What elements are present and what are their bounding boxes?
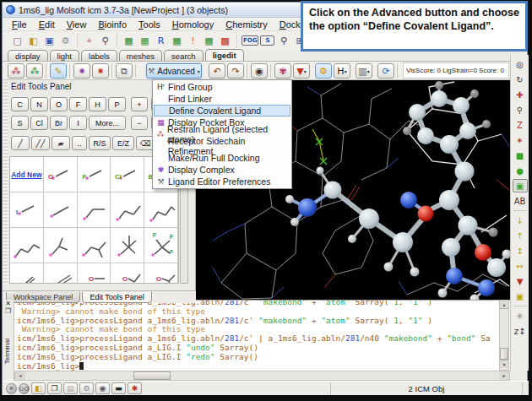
menu-view[interactable]: View	[61, 19, 93, 30]
s-button-icon[interactable]: S	[260, 35, 274, 46]
element-h[interactable]: H	[89, 97, 106, 111]
go-icon[interactable]: GO	[19, 383, 30, 394]
camera-lock-icon[interactable]: ▣	[513, 290, 528, 303]
menu-item-find-linker[interactable]: Find Linker	[154, 93, 290, 105]
fragment-vinyl[interactable]	[10, 263, 44, 284]
hydrogens-menu-icon[interactable]: H ▾	[334, 63, 350, 79]
tab-light[interactable]: light	[50, 50, 79, 61]
menu-tools[interactable]: Tools	[133, 19, 166, 30]
binoculars-icon[interactable]: ⚲	[276, 34, 290, 47]
fragment-isopropoxy[interactable]: O	[144, 263, 178, 284]
fragment-butyl[interactable]	[144, 192, 178, 228]
fragment-pentyl[interactable]	[10, 228, 44, 263]
redo-icon[interactable]: ↷	[227, 63, 244, 79]
drive-icon[interactable]: ▬	[111, 382, 126, 394]
fragment-allyl[interactable]	[44, 263, 78, 284]
element-br[interactable]: Br	[50, 116, 68, 130]
fragment-propyl[interactable]	[111, 192, 144, 228]
select-sphere-icon[interactable]: ●	[513, 164, 528, 177]
z-sort-icon[interactable]: z↕	[513, 324, 528, 338]
terminal-float-icon[interactable]: ❐	[3, 307, 14, 315]
horizontal-scrollbar[interactable]: ◂ ▸	[14, 371, 510, 381]
mol-delete-icon[interactable]: ✷	[92, 63, 109, 79]
select-ab-icon[interactable]: AB	[513, 194, 528, 208]
center-view-icon[interactable]: ◎	[513, 57, 528, 71]
stop-icon[interactable]: ⊗	[6, 383, 17, 394]
terminal-close-icon[interactable]: ✕	[3, 300, 14, 307]
ligand-view-2-icon[interactable]: ⁂	[26, 63, 43, 79]
element-o[interactable]: O	[50, 97, 68, 111]
menu-item-define-covalent-ligand[interactable]: Define Covalent Ligand	[154, 105, 290, 117]
element-more[interactable]: More...	[89, 116, 126, 130]
record-icon[interactable]: ◉	[251, 63, 268, 79]
charge-plus-button[interactable]: +	[131, 97, 148, 111]
clip-reset-icon[interactable]: ↔	[513, 259, 528, 273]
pick-atom-icon[interactable]: ✶	[513, 133, 528, 147]
menu-edit[interactable]: Edit	[33, 19, 61, 30]
fragment-ethoxy[interactable]: O	[111, 263, 144, 284]
element-f[interactable]: F	[69, 97, 87, 111]
save-icon[interactable]: ▣	[42, 34, 57, 47]
table-link-icon[interactable]: ▦	[170, 34, 184, 47]
element-p[interactable]: P	[108, 97, 126, 111]
funnel-icon[interactable]: ▼	[513, 274, 528, 288]
r-group-icon[interactable]: R	[154, 34, 168, 47]
fragment-methyl[interactable]	[44, 192, 78, 228]
single-bond-button[interactable]: ╱	[11, 136, 30, 150]
fragment-F-attach[interactable]: F	[78, 157, 111, 192]
charge-minus-button[interactable]: −	[131, 116, 148, 130]
clip-back-icon[interactable]: ↑	[513, 229, 528, 242]
fragment-trifluoromethyl[interactable]: FFF	[144, 228, 178, 263]
fragment-ethyl[interactable]	[78, 192, 111, 228]
menu-bioinfo[interactable]: Bioinfo	[92, 19, 133, 30]
alert-icon[interactable]: !	[186, 34, 200, 47]
wedge-bond-button[interactable]: ▰	[52, 136, 70, 150]
scroll-thumb[interactable]	[133, 371, 171, 380]
element-s[interactable]: S	[11, 116, 29, 130]
element-i[interactable]: I	[69, 116, 87, 130]
translate-icon[interactable]: ✚	[513, 88, 528, 101]
fog-button-icon[interactable]: FOG	[242, 35, 258, 46]
ligand-view-icon[interactable]: ⁂	[8, 63, 24, 79]
tab-ligedit[interactable]: ligedit	[205, 49, 244, 61]
clip-slab-icon[interactable]: ↕	[513, 244, 528, 257]
scroll-left-icon[interactable]: ◂	[15, 371, 25, 380]
molecule-menu-icon[interactable]: ✱	[128, 382, 142, 394]
mol-star-icon[interactable]: ✷	[73, 63, 90, 79]
new-file-icon[interactable]: ▢	[10, 34, 24, 47]
tab-display[interactable]: display	[8, 50, 48, 61]
advanced-button[interactable]: ⚒ Advanced ▾	[146, 63, 202, 79]
settings-icon[interactable]: ⚙	[79, 382, 94, 394]
menu-item-ligand-editor-preferences[interactable]: ⚒Ligand Editor Preferences	[154, 176, 290, 187]
fragment-I-attach[interactable]: I	[10, 192, 44, 228]
menu-file[interactable]: File	[6, 19, 33, 30]
stereo-rs-button[interactable]: R/S	[89, 136, 111, 150]
scroll-up-icon[interactable]: ▴	[500, 301, 508, 309]
rotate-icon[interactable]: ↻	[513, 73, 528, 86]
fragment-O-attach[interactable]: O	[44, 157, 78, 192]
zoom-icon[interactable]: ⚲	[513, 103, 528, 117]
scroll-thumb[interactable]	[500, 348, 508, 360]
table-delete-icon[interactable]: ▩	[218, 34, 232, 47]
scroll-right-icon[interactable]: ▸	[499, 371, 509, 380]
find-next-icon[interactable]: ⚲	[98, 34, 112, 47]
table-edit-icon[interactable]: ▦	[138, 34, 152, 47]
gear-active-icon[interactable]: ⚙	[315, 63, 332, 79]
terminal-scrollbar[interactable]: ▴ ▾	[499, 300, 509, 371]
menu-chemistry[interactable]: Chemistry	[220, 19, 274, 30]
workspace-menu-icon[interactable]: ◧	[31, 382, 46, 394]
terminal-tab-label[interactable]: Terminal	[3, 339, 11, 364]
fragment-Cl-attach[interactable]: Cl	[111, 157, 144, 192]
window-layout-icon[interactable]: ❐	[47, 382, 62, 394]
double-bond-button[interactable]: ╱╱	[31, 136, 50, 150]
panel-grip[interactable]	[3, 82, 8, 284]
select-box-icon[interactable]: ■	[513, 149, 528, 162]
snapshot-icon[interactable]: ◉	[95, 382, 110, 394]
tab-search[interactable]: search	[164, 50, 204, 61]
z-rotate-icon[interactable]: Z	[513, 118, 528, 132]
tab-labels[interactable]: labels	[81, 50, 117, 61]
select-square-icon[interactable]: ▣	[513, 179, 528, 192]
element-cl[interactable]: Cl	[30, 116, 48, 130]
fog-find-icon[interactable]: ⌖	[82, 34, 96, 47]
fragment-add-new[interactable]: Add New	[10, 157, 44, 192]
